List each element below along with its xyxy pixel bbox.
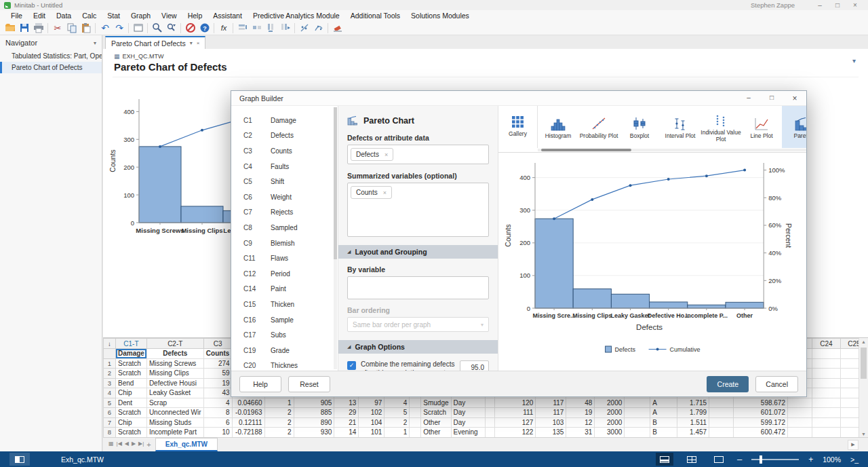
scroll-up-icon[interactable]: ▲ — [859, 339, 868, 344]
gallery-home-button[interactable]: Gallery — [498, 106, 538, 148]
grid-cell[interactable]: 0.12111 — [232, 417, 264, 428]
variable-c15[interactable]: C15Thicken — [231, 297, 338, 312]
variable-c12[interactable]: C12Period — [231, 266, 338, 282]
grid-cell[interactable] — [625, 398, 650, 408]
combine-defects-checkbox[interactable]: ✓ — [347, 361, 356, 370]
section-graph-options[interactable]: ◢ Graph Options — [338, 340, 498, 354]
grid-cell[interactable]: 274 — [203, 358, 232, 369]
menu-solutions-modules[interactable]: Solutions Modules — [406, 11, 475, 20]
variable-c2[interactable]: C2Defects — [231, 128, 338, 144]
grid-cell[interactable] — [485, 428, 495, 438]
grid-cell[interactable]: 31 — [566, 428, 595, 438]
help-button[interactable]: Help — [239, 376, 281, 392]
row-number[interactable]: 6 — [104, 408, 116, 418]
grid-cell[interactable]: Leaky Gasket — [146, 388, 203, 398]
grid-cell[interactable]: 1 — [384, 428, 410, 438]
grid-cell[interactable]: 101 — [359, 428, 384, 438]
menu-predictive-analytics-module[interactable]: Predictive Analytics Module — [248, 11, 345, 20]
grid-cell[interactable]: 21 — [334, 417, 359, 428]
cut-icon[interactable]: ✂ — [50, 22, 64, 35]
column-header-c24[interactable]: C24 — [812, 339, 840, 349]
grid-cell[interactable]: 4 — [203, 398, 232, 408]
open-file-icon[interactable] — [3, 22, 17, 35]
column-name-cell[interactable]: Counts — [203, 349, 232, 359]
grid-cell[interactable]: Day — [451, 408, 485, 418]
grid-cell[interactable] — [812, 388, 840, 398]
menu-assistant[interactable]: Assistant — [208, 11, 248, 20]
menu-additional-tools[interactable]: Additional Tools — [345, 11, 406, 20]
variable-c11[interactable]: C11Flaws — [231, 250, 338, 266]
variable-c20[interactable]: C20Thicknes — [231, 358, 338, 371]
menu-edit[interactable]: Edit — [28, 11, 51, 20]
row-number[interactable]: 2 — [104, 369, 116, 379]
grid-cell[interactable]: 12 — [566, 417, 595, 428]
redo-icon[interactable]: ↷ — [112, 22, 126, 35]
grid-cell[interactable]: 19 — [203, 378, 232, 388]
gallery-item-interval-plot[interactable]: Interval Plot — [660, 106, 701, 148]
gallery-item-probability-plot[interactable]: Probability Plot — [578, 106, 619, 148]
grid-cell[interactable]: Dent — [115, 398, 146, 408]
grid-cell[interactable] — [812, 428, 840, 438]
paste-icon[interactable] — [79, 22, 93, 35]
grid-cell[interactable] — [625, 408, 650, 418]
new-window-icon[interactable] — [131, 22, 145, 35]
grid-cell[interactable]: Missing Clips — [146, 369, 203, 379]
grid-cell[interactable]: 930 — [294, 428, 334, 438]
grid-cell[interactable]: 600.472 — [734, 428, 788, 438]
grid-cell[interactable]: 14 — [334, 428, 359, 438]
grid-cell[interactable]: 59 — [203, 369, 232, 379]
grid-cell[interactable]: Bend — [115, 378, 146, 388]
navigator-item-tabulated-statistics-part-operator[interactable]: Tabulated Statistics: Part, Operator — [0, 50, 102, 62]
insert-column-icon[interactable] — [264, 22, 278, 35]
grid-cell[interactable]: Missing Screws — [146, 358, 203, 369]
scroll-down-icon[interactable]: ▼ — [859, 432, 868, 436]
prev-worksheet-icon[interactable]: ◀ — [125, 441, 129, 449]
zoom-out-icon[interactable]: – — [737, 454, 742, 464]
grid-cell[interactable]: Scrap — [146, 398, 203, 408]
grid-cell[interactable]: 48 — [566, 398, 595, 408]
grid-cell[interactable] — [485, 398, 495, 408]
grid-cell[interactable] — [485, 408, 495, 418]
menu-data[interactable]: Data — [51, 11, 77, 20]
grid-cell[interactable] — [410, 408, 421, 418]
column-name-cell[interactable]: Defects — [146, 349, 203, 359]
grid-cell[interactable]: 0.04660 — [232, 398, 264, 408]
grid-cell[interactable]: 6 — [203, 417, 232, 428]
row-number[interactable]: 8 — [104, 428, 116, 438]
split-view-button[interactable] — [656, 453, 673, 466]
add-worksheet-icon[interactable]: + — [146, 441, 151, 449]
grid-cell[interactable] — [410, 417, 421, 428]
grid-cell[interactable]: 5 — [384, 408, 410, 418]
grid-cell[interactable] — [485, 417, 495, 428]
maximize-button[interactable]: □ — [829, 1, 846, 9]
grid-cell[interactable]: 111 — [495, 408, 536, 418]
menu-stat[interactable]: Stat — [102, 11, 125, 20]
navigator-collapse-icon[interactable]: ▾ — [94, 40, 96, 46]
zoom-slider[interactable] — [751, 459, 799, 460]
grid-cell[interactable]: 4 — [384, 398, 410, 408]
dialog-minimize-icon[interactable]: – — [737, 94, 760, 103]
grid-cell[interactable]: 2000 — [595, 398, 625, 408]
grid-cell[interactable] — [410, 398, 421, 408]
cancel-button[interactable]: Cancel — [755, 376, 798, 392]
grid-cell[interactable] — [787, 408, 812, 418]
tab-pareto-chart-of-defects[interactable]: Pareto Chart of Defects ▾ × — [105, 36, 205, 49]
grid-cell[interactable]: 2000 — [595, 417, 625, 428]
reset-button[interactable]: Reset — [288, 376, 330, 392]
move-column-icon[interactable] — [278, 22, 292, 35]
variable-c4[interactable]: C4Faults — [231, 159, 338, 174]
grid-cell[interactable] — [709, 398, 734, 408]
variable-list-scrollbar[interactable] — [334, 107, 337, 369]
grid-cell[interactable]: Evening — [451, 428, 485, 438]
grid-cell[interactable] — [625, 417, 650, 428]
gallery-item-histogram[interactable]: Histogram — [538, 106, 578, 148]
grid-cell[interactable] — [787, 428, 812, 438]
column-header-c3[interactable]: C3 — [203, 339, 232, 349]
navigator-item-pareto-chart-of-defects[interactable]: Pareto Chart of Defects — [0, 62, 102, 73]
grid-cell[interactable]: Smudge — [421, 398, 451, 408]
variable-c8[interactable]: C8Sampled — [231, 220, 338, 236]
grid-cell[interactable]: Scratch — [115, 428, 146, 438]
grid-cell[interactable]: 43 — [203, 388, 232, 398]
defects-variable-field[interactable]: Defects × — [347, 145, 489, 164]
cancel-icon[interactable] — [183, 22, 197, 35]
